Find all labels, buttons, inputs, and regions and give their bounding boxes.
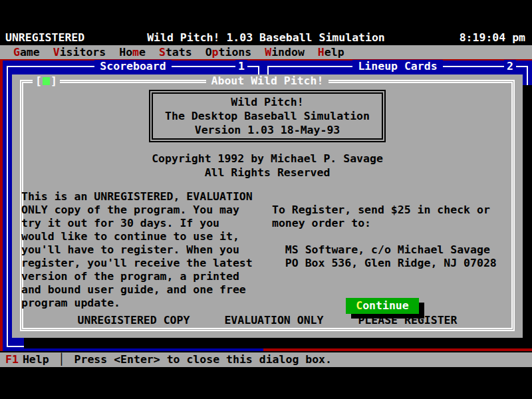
about-dialog: About Wild Pitch! [] UNREGISTERED COPY E… xyxy=(12,74,523,338)
evaluation-notice-text: This is an UNREGISTERED, EVALUATION ONLY… xyxy=(12,190,268,310)
status-separator: │ xyxy=(59,353,74,366)
registration-address-text: To Register, send $25 in check or money … xyxy=(268,203,523,310)
f1-help-label[interactable]: Help xyxy=(23,353,59,366)
scoreboard-window-title: Scoreboard xyxy=(8,60,258,73)
version-info-box: Wild Pitch! The Desktop Baseball Simulat… xyxy=(149,90,386,142)
menu-home[interactable]: Home xyxy=(112,46,152,59)
app-screen: { "titlebar": { "left": "UNREGISTERED", … xyxy=(0,0,532,399)
status-bar: F1 Help │ Press <Enter> to close this di… xyxy=(0,352,532,367)
footer-unregistered-copy: UNREGISTERED COPY xyxy=(72,314,196,327)
dialog-body: This is an UNREGISTERED, EVALUATION ONLY… xyxy=(12,190,523,310)
clock: 8:19:04 pm xyxy=(460,31,525,45)
lineup-cards-window-number[interactable]: 2 xyxy=(504,60,516,73)
menu-bar: Game Visitors Home Stats Options Window … xyxy=(0,45,532,59)
status-message: Press <Enter> to close this dialog box. xyxy=(74,353,332,366)
menu-game[interactable]: Game xyxy=(7,46,47,59)
copyright-text: Copyright 1992 by Michael P. Savage All … xyxy=(12,152,523,180)
scoreboard-window-number[interactable]: 1 xyxy=(235,60,247,73)
f1-help-key[interactable]: F1 xyxy=(5,353,23,366)
menu-help[interactable]: Help xyxy=(311,46,351,59)
footer-evaluation-only: EVALUATION ONLY xyxy=(219,314,329,327)
app-title-bar: UNREGISTERED Wild Pitch! 1.03 Baseball S… xyxy=(0,31,532,45)
dialog-content: Wild Pitch! The Desktop Baseball Simulat… xyxy=(12,83,523,310)
app-title: Wild Pitch! 1.03 Baseball Simulation xyxy=(0,31,532,45)
menu-options[interactable]: Options xyxy=(199,46,259,59)
lineup-cards-window-title: Lineup Cards xyxy=(269,60,527,73)
menu-window[interactable]: Window xyxy=(258,46,311,59)
menu-visitors[interactable]: Visitors xyxy=(47,46,112,59)
menu-stats[interactable]: Stats xyxy=(152,46,199,59)
dialog-footer-banner: UNREGISTERED COPY EVALUATION ONLY PLEASE… xyxy=(23,314,511,327)
continue-button[interactable]: Continue xyxy=(346,298,419,314)
